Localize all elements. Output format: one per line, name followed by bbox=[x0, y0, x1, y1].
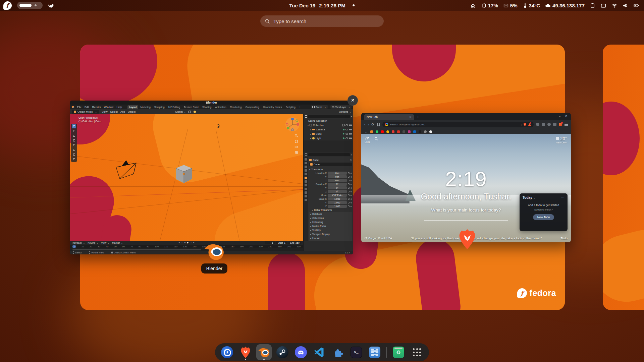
play-button[interactable]: ▶ bbox=[187, 241, 189, 244]
render-visibility-icon[interactable] bbox=[349, 133, 352, 135]
hide-eye-icon[interactable] bbox=[345, 133, 348, 135]
properties-tab-icon[interactable] bbox=[305, 166, 307, 168]
reload-button[interactable]: ⟳ bbox=[371, 122, 374, 127]
workspace-dot[interactable] bbox=[35, 4, 37, 6]
properties-tab-icon[interactable] bbox=[305, 191, 307, 194]
camera-object[interactable] bbox=[109, 157, 145, 184]
screencast-icon[interactable] bbox=[600, 3, 606, 8]
properties-section-header[interactable]: ▸ Line Art bbox=[309, 236, 352, 240]
dock-item-show-apps[interactable] bbox=[409, 344, 425, 360]
brave-rewards-icon[interactable] bbox=[528, 123, 531, 126]
new-todo-button[interactable]: New Todo bbox=[533, 214, 554, 220]
public-ip-indicator[interactable]: 49.36.138.177 bbox=[545, 3, 585, 8]
lock-icon[interactable] bbox=[348, 176, 350, 178]
viewport-menu-item[interactable]: Object bbox=[128, 110, 136, 113]
dock-item-trash[interactable]: ♻ bbox=[391, 344, 406, 360]
property-value-field[interactable]: 0° bbox=[328, 183, 347, 186]
focus-input[interactable] bbox=[424, 220, 508, 221]
pan-hand-icon[interactable] bbox=[294, 139, 298, 143]
back-button[interactable]: ‹ bbox=[364, 122, 366, 126]
lock-icon[interactable] bbox=[348, 187, 350, 189]
snap-icon[interactable] bbox=[189, 111, 191, 113]
forward-button[interactable]: › bbox=[368, 122, 369, 126]
window-close-button[interactable]: ✕ bbox=[347, 95, 358, 106]
property-value-field[interactable]: 0 m bbox=[328, 172, 347, 175]
property-value-field[interactable]: 0 m bbox=[328, 175, 347, 178]
bookmark-favicon[interactable] bbox=[386, 130, 389, 133]
workspace-preview-next[interactable] bbox=[603, 45, 644, 310]
timeline-menu-item[interactable]: Playback bbox=[72, 241, 85, 244]
light-object[interactable] bbox=[217, 124, 220, 128]
property-value-field[interactable]: 0° bbox=[328, 190, 347, 193]
end-frame-field[interactable]: End 250 bbox=[288, 241, 301, 244]
blender-titlebar[interactable]: Blender bbox=[70, 101, 353, 105]
battery-icon[interactable] bbox=[633, 3, 639, 8]
animate-dot-icon[interactable] bbox=[351, 206, 352, 207]
lock-icon[interactable] bbox=[348, 183, 350, 185]
outliner-search-field[interactable] bbox=[308, 115, 350, 118]
home-icon[interactable] bbox=[470, 3, 476, 8]
workspace-active-pill[interactable] bbox=[19, 4, 32, 7]
properties-editor-icon[interactable] bbox=[305, 154, 307, 156]
dock-item-extensions[interactable] bbox=[330, 344, 345, 360]
blender-workspace-tab[interactable]: Animation bbox=[213, 105, 228, 109]
jump-to-end-button[interactable]: » bbox=[193, 241, 194, 244]
volume-icon[interactable] bbox=[623, 3, 628, 8]
timeline-menu-item[interactable]: Marker bbox=[112, 241, 123, 244]
properties-tab-icon[interactable] bbox=[305, 162, 307, 164]
jump-to-start-button[interactable]: « bbox=[179, 241, 180, 244]
scale-tool-button[interactable] bbox=[72, 143, 76, 147]
properties-section-header[interactable]: ▸ Relations bbox=[309, 212, 352, 216]
render-visibility-icon[interactable] bbox=[349, 129, 352, 130]
hide-eye-icon[interactable] bbox=[345, 137, 348, 139]
lock-icon[interactable] bbox=[348, 198, 350, 200]
expand-caret-icon[interactable]: ▸ bbox=[310, 133, 311, 135]
select-tool-button[interactable] bbox=[72, 124, 76, 128]
brave-window-app-icon[interactable] bbox=[458, 229, 477, 251]
properties-tab-icon[interactable] bbox=[305, 180, 307, 183]
viewport-menu-item[interactable]: Select bbox=[110, 110, 117, 113]
property-value-field[interactable]: 0 m bbox=[328, 179, 347, 182]
blender-workspace-tab[interactable]: Modeling bbox=[139, 105, 152, 109]
properties-tab-icon[interactable] bbox=[305, 184, 307, 186]
search-bar[interactable]: Type to search bbox=[260, 15, 384, 27]
tab-search-chevron-icon[interactable]: ⌄ bbox=[558, 114, 561, 118]
new-tab-button[interactable]: + bbox=[417, 115, 419, 119]
blender-workspace-tab[interactable]: + bbox=[298, 105, 302, 109]
blender-workspace-tab[interactable]: Shading bbox=[201, 105, 213, 109]
bookmark-favicon[interactable] bbox=[429, 130, 432, 133]
bookmark-favicon[interactable] bbox=[408, 130, 411, 133]
animate-dot-icon[interactable] bbox=[351, 184, 352, 185]
blender-workspace-tab[interactable]: Layout bbox=[127, 105, 139, 109]
chevron-down-icon[interactable]: ⌄ bbox=[534, 196, 536, 199]
transform-tool-button[interactable] bbox=[72, 148, 76, 152]
browser-tab[interactable]: New Tab ✕ bbox=[364, 114, 414, 120]
settings-gear-icon[interactable] bbox=[365, 237, 367, 239]
links-button[interactable]: Links bbox=[365, 137, 370, 143]
render-visibility-icon[interactable] bbox=[349, 124, 352, 126]
blender-workspace-tab[interactable]: Compositing bbox=[244, 105, 261, 109]
animate-dot-icon[interactable] bbox=[351, 176, 352, 178]
prev-keyframe-button[interactable]: ‹ bbox=[182, 241, 182, 244]
rotate-tool-button[interactable] bbox=[72, 138, 76, 142]
blender-menu-item[interactable]: Help bbox=[116, 106, 122, 109]
blender-workspace-tab[interactable]: Scripting bbox=[284, 105, 297, 109]
bookmarks-back-icon[interactable]: ← bbox=[365, 130, 368, 133]
property-value-field[interactable]: 1.000 bbox=[328, 205, 347, 208]
bookmark-favicon[interactable] bbox=[424, 130, 427, 133]
bookmark-favicon[interactable] bbox=[419, 130, 421, 133]
outliner-options-icon[interactable]: ▾ bbox=[351, 115, 352, 118]
properties-section-header[interactable]: ▸ Collections bbox=[309, 216, 352, 220]
properties-tab-icon[interactable] bbox=[305, 173, 307, 175]
annotate-tool-button[interactable] bbox=[72, 153, 76, 157]
blender-workspace-tab[interactable]: Texture Paint bbox=[182, 105, 200, 109]
dock-item-files[interactable] bbox=[367, 344, 382, 360]
url-bar[interactable]: Search Google or type a URL | bbox=[382, 122, 534, 127]
lock-icon[interactable] bbox=[348, 194, 350, 196]
blender-window[interactable]: Blender FileEditRenderWindowHelp LayoutM… bbox=[70, 101, 353, 254]
outliner-row-cube[interactable]: ▸ Cube bbox=[304, 132, 353, 136]
viewport-options-dropdown[interactable]: Options bbox=[339, 110, 351, 113]
cursor-tool-button[interactable] bbox=[72, 129, 76, 133]
transform-orientation-selector[interactable]: Global bbox=[175, 110, 186, 113]
dock-item-1password[interactable] bbox=[219, 344, 235, 360]
